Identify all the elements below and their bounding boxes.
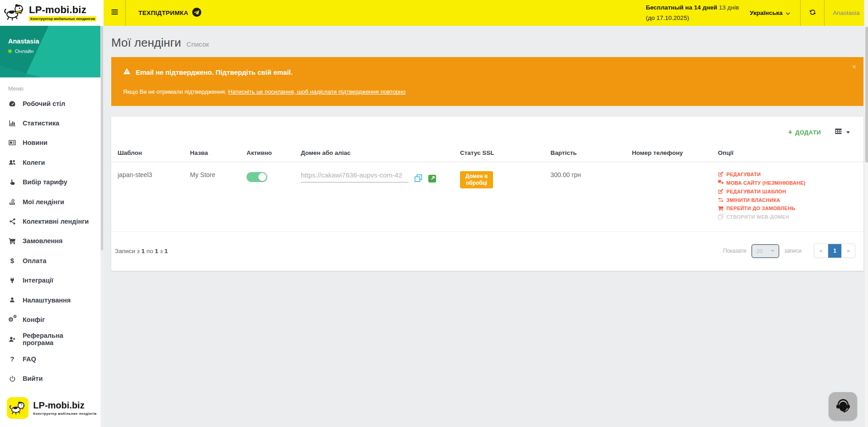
users-icon xyxy=(8,159,16,166)
topbar-yellow-area: ТЕХПІДТРИМКА Бесплатный на 14 дней 13 дн… xyxy=(104,0,868,26)
dog-logo-icon xyxy=(4,3,25,23)
sidebar-scrollbar[interactable] xyxy=(100,26,104,427)
column-header: Назва xyxy=(188,144,245,162)
edit-icon xyxy=(718,188,724,194)
page-size-label: Показати xyxy=(723,248,746,254)
option-change-owner[interactable]: ЗМІНИТИ ВЛАСНИКА xyxy=(718,197,857,203)
sidebar-item-colleagues[interactable]: Колеги xyxy=(0,153,104,172)
sidebar-item-dashboard[interactable]: Робочий стіл xyxy=(0,94,104,113)
sidebar-item-my-landings[interactable]: Мої лендінги xyxy=(0,192,104,211)
sidebar-item-label: Інтеграції xyxy=(23,277,53,284)
sidebar-item-label: Статистика xyxy=(23,120,59,127)
page-scrollbar[interactable] xyxy=(864,0,868,427)
telegram-icon xyxy=(192,8,201,18)
cell-phone xyxy=(630,162,716,231)
option-edit[interactable]: РЕДАГУВАТИ xyxy=(718,171,857,177)
sidebar-item-logout[interactable]: Вийти xyxy=(0,369,104,388)
cell-domain xyxy=(299,162,458,231)
option-site-language[interactable]: МОВА САЙТУ (НЕЗМІНЮВАНЕ) xyxy=(718,180,857,186)
page-title: Мої лендінги xyxy=(111,36,181,50)
cell-options: РЕДАГУВАТИ МОВА САЙТУ (НЕЗМІНЮВАНЕ) xyxy=(716,162,859,231)
transfer-icon xyxy=(718,197,724,203)
sidebar-item-payment[interactable]: $ Оплата xyxy=(0,251,104,270)
language-selector[interactable]: Українська xyxy=(750,10,790,16)
stats-icon xyxy=(8,120,16,127)
topbar: LP-mobi.biz Конструктор мобильных лендин… xyxy=(0,0,868,26)
table-row: japan-steel3 My Store xyxy=(111,162,863,232)
hand-pointer-icon xyxy=(8,179,16,186)
pagination-prev-button[interactable]: « xyxy=(814,244,828,258)
topbar-username[interactable]: Anastasia xyxy=(825,0,868,26)
gears-icon: ⚙⚙ xyxy=(8,316,16,324)
menu-section-label: Меню xyxy=(0,77,104,94)
option-edit-template[interactable]: РЕДАГУВАТИ ШАБЛОН xyxy=(718,188,857,194)
sidebar-item-label: Новини xyxy=(23,139,47,146)
active-toggle[interactable] xyxy=(247,172,267,182)
column-header: Активно xyxy=(245,144,299,162)
domain-input[interactable] xyxy=(301,171,408,182)
online-status-dot xyxy=(8,49,12,53)
news-icon xyxy=(8,139,16,146)
sidebar-item-label: Мої лендінги xyxy=(23,198,64,206)
resend-confirmation-link[interactable]: Натисніть це посилання, щоб надіслати пі… xyxy=(228,88,406,95)
footer-logo-title: LP-mobi.biz xyxy=(33,401,96,410)
table-header-row: Шаблон Назва Активно Домен або аліас Ста… xyxy=(111,144,863,162)
plus-icon: + xyxy=(788,129,792,136)
table-view-dropdown[interactable] xyxy=(835,128,850,137)
column-header: Шаблон xyxy=(116,144,188,162)
cart-icon xyxy=(718,206,724,211)
sidebar-item-referral[interactable]: Реферальна програма xyxy=(0,330,104,349)
email-warning-banner: Email не підтверджено. Підтвердіть свій … xyxy=(111,57,863,106)
add-landing-button[interactable]: + ДОДАТИ xyxy=(788,129,821,136)
column-header: Статус SSL xyxy=(458,144,549,162)
sidebar-item-tariff[interactable]: Вибір тарифу xyxy=(0,173,104,192)
headset-icon xyxy=(834,397,852,416)
sidebar-item-news[interactable]: Новини xyxy=(0,133,104,153)
option-go-to-orders[interactable]: ПЕРЕЙТИ ДО ЗАМОВЛЕНЬ xyxy=(718,206,857,211)
sidebar-item-label: Реферальна програма xyxy=(23,332,95,346)
close-icon[interactable]: × xyxy=(852,63,856,71)
support-button[interactable]: ТЕХПІДТРИМКА xyxy=(138,8,201,18)
sidebar-item-label: Колективні лендінги xyxy=(23,218,89,225)
cell-ssl-status: Домен в обробці xyxy=(458,162,549,231)
sidebar-item-collective-landings[interactable]: Колективні лендінги xyxy=(0,211,104,231)
page-subtitle: Список xyxy=(186,40,209,48)
column-header: Опції xyxy=(716,144,859,162)
pagination-page-1[interactable]: 1 xyxy=(828,244,841,258)
plug-icon xyxy=(8,277,16,284)
page-size-select[interactable]: 20 xyxy=(751,244,779,258)
sidebar-item-label: Вийти xyxy=(23,375,43,382)
sidebar-item-statistics[interactable]: Статистика xyxy=(0,113,104,133)
landings-icon xyxy=(8,198,16,206)
sidebar-item-faq[interactable]: ? FAQ xyxy=(0,349,104,369)
question-icon: ? xyxy=(8,355,16,362)
hamburger-icon xyxy=(111,9,119,17)
cart-icon xyxy=(8,238,16,245)
records-info: Записи з 1 по 1 з 1 xyxy=(115,248,168,254)
sidebar: Anastasia Онлайн Меню Робочий стіл xyxy=(0,26,104,427)
column-header: Номер телефону xyxy=(630,144,716,162)
sidebar-item-config[interactable]: ⚙⚙ Конфіг xyxy=(0,310,104,329)
sidebar-user-name: Anastasia xyxy=(8,38,95,45)
sidebar-item-integrations[interactable]: Інтеграції xyxy=(0,271,104,290)
logo-subtitle: Конструктор мобильных лендингов xyxy=(29,16,96,21)
table-footer: Записи з 1 по 1 з 1 Показати 20 записи «… xyxy=(111,232,863,271)
user-icon xyxy=(8,297,16,303)
records-label: записи xyxy=(784,248,802,254)
user-plus-icon xyxy=(8,336,16,343)
support-chat-button[interactable] xyxy=(829,392,857,421)
pagination: « 1 » xyxy=(814,244,855,258)
support-label: ТЕХПІДТРИМКА xyxy=(138,10,188,16)
app-logo[interactable]: LP-mobi.biz Конструктор мобильных лендин… xyxy=(0,0,104,26)
copy-icon[interactable] xyxy=(414,174,422,182)
sidebar-item-orders[interactable]: Замовлення xyxy=(0,231,104,251)
trial-info: Бесплатный на 14 дней 13 днів (до 17.10.… xyxy=(646,3,739,23)
open-external-link-icon[interactable] xyxy=(428,175,436,182)
refresh-button[interactable] xyxy=(801,0,824,26)
pagination-next-button[interactable]: » xyxy=(841,244,855,258)
hamburger-menu-button[interactable] xyxy=(104,0,126,26)
logo-title: LP-mobi.biz xyxy=(29,5,96,15)
sidebar-item-settings[interactable]: Налаштування xyxy=(0,290,104,310)
trial-until: (до 17.10.2025) xyxy=(646,13,739,23)
sidebar-user-panel: Anastasia Онлайн xyxy=(0,26,104,77)
